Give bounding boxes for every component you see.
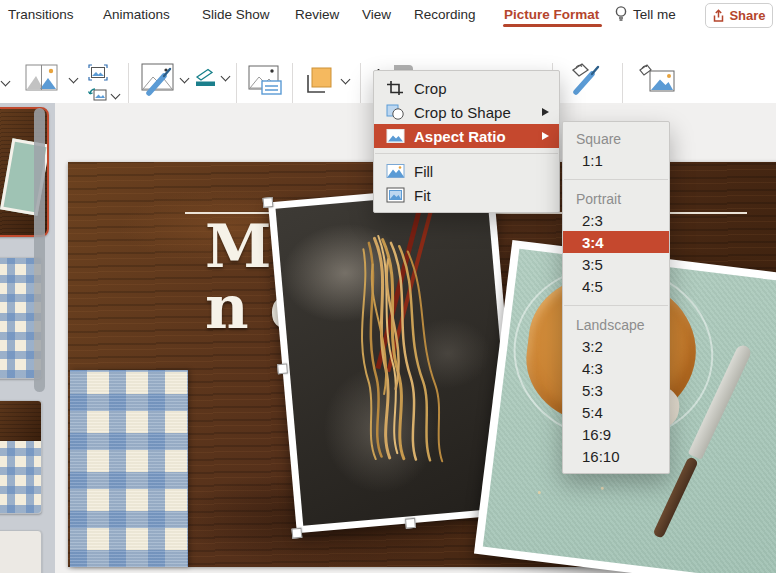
slide-thumbnail-panel — [0, 103, 56, 573]
crumb — [538, 491, 541, 494]
submenu-header-landscape: Landscape — [563, 314, 669, 335]
tab-review[interactable]: Review — [295, 7, 339, 22]
fill-icon — [386, 163, 405, 179]
submenu-arrow-icon — [542, 108, 549, 116]
menu-item-label: Aspect Ratio — [414, 128, 506, 145]
menu-item-label: Crop to Shape — [414, 104, 511, 121]
tab-picture-format[interactable]: Picture Format — [504, 7, 599, 22]
thumbnail-gingham-strip — [0, 441, 41, 513]
submenu-item-1-1[interactable]: 1:1 — [563, 149, 669, 171]
submenu-separator — [564, 179, 668, 180]
picture-border-chevron-icon[interactable] — [221, 72, 231, 82]
submenu-header-portrait: Portrait — [563, 188, 669, 209]
noodles-illustration — [276, 192, 500, 512]
slide-thumbnail-4[interactable] — [0, 530, 42, 573]
submenu-item-5-4[interactable]: 5:4 — [563, 401, 669, 423]
thumbnail-wood-strip — [0, 401, 41, 441]
thumbnail-scrollbar[interactable] — [34, 108, 45, 392]
submenu-item-16-9[interactable]: 16:9 — [563, 423, 669, 445]
noodles-photo-content — [276, 190, 515, 525]
menu-item-label: Crop — [414, 80, 447, 97]
menu-item-label: Fit — [414, 187, 431, 204]
menu-item-fit[interactable]: Fit — [374, 183, 559, 207]
submenu-item-3-5[interactable]: 3:5 — [563, 253, 669, 275]
quick-styles-chevron-icon[interactable] — [180, 74, 190, 84]
picture-corner-marks-icon — [88, 64, 108, 81]
lightbulb-icon — [614, 5, 628, 23]
selection-handle-bottom-middle[interactable] — [405, 518, 416, 529]
menu-item-fill[interactable]: Fill — [374, 159, 559, 183]
animate-as-background-icon — [638, 62, 676, 94]
submenu-item-4-3[interactable]: 4:3 — [563, 357, 669, 379]
tell-me-button[interactable]: Tell me — [633, 7, 676, 22]
selection-handle-top-left[interactable] — [263, 197, 274, 208]
slide-thumbnail-3[interactable] — [0, 400, 42, 514]
submenu-arrow-icon — [542, 132, 549, 140]
menu-item-crop[interactable]: Crop — [374, 76, 559, 100]
share-icon — [712, 9, 725, 23]
crumb — [601, 487, 604, 490]
quick-styles-icon — [140, 61, 178, 97]
gingham-cloth-image[interactable] — [70, 370, 188, 567]
tab-animations[interactable]: Animations — [103, 7, 170, 22]
format-pane-icon — [568, 61, 602, 97]
picture-border-pen-icon — [192, 67, 218, 87]
share-button[interactable]: Share — [705, 3, 773, 28]
animate-as-background-button[interactable] — [638, 62, 676, 98]
arrange-button[interactable] — [303, 64, 337, 100]
rotate-chevron-icon[interactable] — [111, 90, 121, 100]
tab-view[interactable]: View — [362, 7, 391, 22]
overflow-chevron-icon[interactable] — [1, 77, 11, 87]
submenu-item-3-4-selected[interactable]: 3:4 — [563, 231, 669, 253]
share-label: Share — [729, 8, 765, 23]
aspect-ratio-icon — [386, 128, 405, 144]
crop-to-shape-icon — [386, 104, 405, 120]
submenu-item-4-5[interactable]: 4:5 — [563, 275, 669, 297]
menu-item-aspect-ratio[interactable]: Aspect Ratio — [374, 124, 559, 148]
transparency-chevron-icon[interactable] — [69, 74, 79, 84]
tab-transitions[interactable]: Transitions — [8, 7, 74, 22]
transparency-button[interactable] — [24, 62, 60, 98]
submenu-item-5-3[interactable]: 5:3 — [563, 379, 669, 401]
submenu-item-16-10[interactable]: 16:10 — [563, 445, 669, 467]
picture-border-button[interactable] — [192, 67, 218, 91]
submenu-item-2-3[interactable]: 2:3 — [563, 209, 669, 231]
menu-item-crop-to-shape[interactable]: Crop to Shape — [374, 100, 559, 124]
menu-separator — [375, 153, 558, 154]
crop-icon — [386, 80, 405, 96]
active-tab-underline — [503, 24, 602, 27]
aspect-ratio-submenu: Square 1:1 Portrait 2:3 3:4 3:5 4:5 Land… — [562, 121, 670, 474]
menu-item-label: Fill — [414, 163, 433, 180]
selection-handle-middle-left[interactable] — [277, 363, 288, 374]
tab-recording[interactable]: Recording — [414, 7, 476, 22]
arrange-icon — [303, 64, 337, 96]
format-pane-button[interactable] — [568, 61, 602, 101]
transparency-icon — [24, 62, 60, 94]
alt-text-button[interactable] — [247, 64, 283, 100]
arrange-chevron-icon[interactable] — [341, 75, 351, 85]
submenu-separator — [564, 305, 668, 306]
powerpoint-window: Transitions Animations Slide Show Review… — [0, 0, 776, 573]
fit-icon — [386, 187, 405, 203]
quick-styles-button[interactable] — [140, 61, 178, 101]
picture-resize-button[interactable] — [88, 64, 108, 85]
crop-dropdown-menu: Crop Crop to Shape Aspect Ratio — [373, 70, 560, 213]
submenu-header-square: Square — [563, 128, 669, 149]
tab-slide-show[interactable]: Slide Show — [202, 7, 270, 22]
selection-handle-bottom-left[interactable] — [291, 528, 302, 539]
submenu-item-3-2[interactable]: 3:2 — [563, 335, 669, 357]
alt-text-icon — [247, 64, 283, 96]
rotate-arrow-picture-icon — [88, 86, 108, 103]
